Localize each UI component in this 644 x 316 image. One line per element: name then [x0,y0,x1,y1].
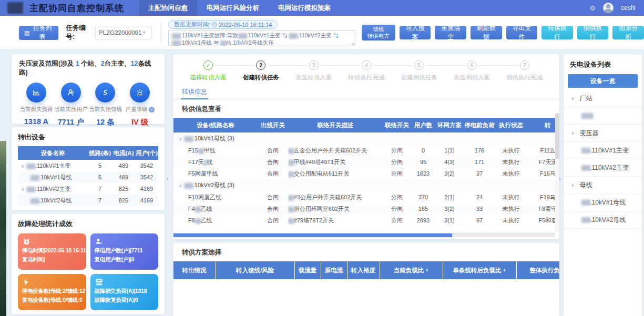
update-time-pill: 数据更新时间: 2022-06-10 16:11:14 [168,20,278,29]
tree-item-bus2[interactable]: ███.10kV#2母线 [564,211,642,229]
app-logo [7,2,23,14]
devices-card-title: 转出设备 [18,132,158,142]
feeder-line-icon [95,83,115,103]
settings-gear-icon[interactable]: ⚙ [589,4,596,12]
clock-icon [212,22,217,27]
line-chart-icon [26,83,46,103]
effect-card-title: 故障处理统计成效 [18,219,158,229]
group-row-bus1[interactable]: ∨███.10kV#1母线 (3) [173,132,559,145]
redacted-text: ███ [238,33,247,38]
table-row[interactable]: ███.10kV#1母线 5 489 3542 [18,171,158,183]
col-tie-switch: 联络开关 [383,118,411,132]
plan-section-title: 转供方案选择 [182,248,559,257]
col-transfer-out: 转出情况 [173,261,216,279]
transfer-out-devices-card: 转出设备 设备名称 线路(条) 电流(A) 用户(个) ∨███.110kV#1… [12,127,165,210]
stat-lost-feeders: 当前失压馈线 12 条 [88,83,123,127]
scope-title: 失压波及范围(涉及 1 个站、2台主变、12条线路) [19,59,157,77]
chevron-down-icon[interactable]: ∨ [179,183,182,188]
col-single-line-ratio[interactable]: 单条线转后负载比▲▼ [443,261,516,279]
task-no-select[interactable]: PLZG22000001 ▼ [95,26,152,39]
transfer-execute-button[interactable]: 转供执行 [541,26,573,39]
horizontal-scrollbar[interactable] [173,233,555,237]
main-nav: 主配协同自愈 电网运行风险分析 电网运行模拟预案 [139,0,340,16]
table-row[interactable]: ∨███.110kV#2主变 7 825 4169 [18,183,158,195]
chevron-down-icon[interactable]: ∨ [21,164,25,169]
nav-item-self-healing[interactable]: 主配协同自愈 [139,0,197,16]
analyze-transfer-plan-button[interactable]: 分析转出馈线转供电方案 [362,25,395,40]
tab-bar: 转供信息 [173,85,559,99]
reset-clear-button[interactable]: 重置清空 [435,26,466,39]
device-overview-header[interactable]: 设备一览 [568,74,638,88]
step-create-task: 2 创建转供任务 [234,60,287,81]
table-row[interactable]: F5网厦甲线 合闸 ██交公用配电站611开关 分闸 1823 3(2) 37 … [173,168,559,179]
tree-group-transformer[interactable]: ∨变压器 [564,125,642,142]
table-row[interactable]: ███.10kV#2母线 7 825 4169 [18,195,158,206]
app-window: 主配协同自愈控制系统 主配协同自愈 电网运行风险分析 电网运行模拟预案 ⚙ ce… [0,0,644,316]
nav-item-simulation[interactable]: 电网运行模拟预案 [269,0,340,16]
tree-item-transformer1[interactable]: ███.110kV#1主变 [564,142,642,159]
sort-icon[interactable]: ▲▼ [503,269,506,272]
devices-table: 设备名称 线路(条) 电流(A) 用户(个) ∨███.110kV#1主变 5 … [18,146,158,206]
step-send-plan: 3 发送转供方案 [288,60,340,81]
outage-device-list-card: 失电设备列表 设备一览 ∨厂站 ████ ∨变压器 ███.110kV#1主变 … [564,54,642,316]
tree-group-bus[interactable]: ∨母线 [564,177,642,194]
stat-lost-users: 当前失压用户 7711 户 [54,83,88,127]
chevron-down-icon: ▼ [141,30,146,35]
tree-item-bus1[interactable]: ███.10kV#1母线 [564,194,642,211]
scrollbar-thumb[interactable] [173,233,452,237]
help-icon[interactable]: ? [149,107,155,113]
collapse-left-icon[interactable]: ‹ [164,168,171,189]
col-line-name: 设备/线路名称 [173,118,258,132]
resize-handle-icon[interactable] [351,42,354,45]
users-icon [95,237,155,246]
step-create-restore-task: 5 创建倒供任务 [393,60,445,81]
workflow-steps: ✓ 选择转供方案 2 创建转供任务 3 发送转供方案 4 转供执行完成 5 [173,54,559,81]
table-row[interactable]: F15██甲线 合闸 ██五金公用户外开关箱602开关 分闸 0 1(1) 17… [173,145,559,156]
fault-statistics-card: 故障处理统计成效 停电时间|2022-06-10 16:11 复电时间| 停电用… [12,214,165,314]
stat-severity: 严重等级? IV 级 [122,83,157,127]
user-avatar[interactable] [603,3,614,13]
col-capacity: 载流量 [294,261,321,279]
step-transfer-done: 4 转供执行完成 [340,60,393,81]
sort-icon[interactable]: ▲▼ [425,269,428,272]
col-device-name: 设备名称 [18,146,88,160]
table-row[interactable]: ∨███.110kV#1主变 5 489 3542 [18,160,158,171]
group-row-bus2[interactable]: ∨███.10kV#2母线 (3) [173,179,559,191]
outage-list-title: 失电设备列表 [564,54,642,74]
tree-item-transformer2[interactable]: ███.110kV#2主变 [564,159,642,177]
col-current: 电流(A) [112,146,135,160]
alarm-light-icon [130,83,150,103]
table-row[interactable]: F17天█线 合闸 ██甲线#49塔49T1开关 分闸 95 4(3) 171 … [173,156,559,168]
tab-transfer-info[interactable]: 转供信息 [181,85,208,99]
table-row[interactable]: F4██乙线 合闸 ██所公用环网室602开关 分闸 165 3(2) 33 未… [173,203,559,215]
task-list-button[interactable]: ▤ 任务列表 [19,26,58,40]
graph-analysis-button[interactable]: 图形分析 [612,26,644,39]
chevron-down-icon[interactable]: ∨ [179,136,182,141]
load-monitor-icon [95,277,155,287]
table-row[interactable]: F10网厦乙线 合闸 ██#3公用户外开关箱602开关 分闸 370 2(1) … [173,191,559,203]
tree-group-station[interactable]: ∨厂站 [564,90,642,107]
col-current-load-ratio[interactable]: 当前负载比▲▼ [380,261,443,279]
stat-lost-load: 当前损失负荷 1318 A [19,83,54,127]
table-row[interactable]: F8██乙线 合闸 ██#79塔79T2开关 分闸 2893 3(1) 97 未… [173,215,559,226]
expand-right-icon[interactable]: › [556,168,564,189]
background-photo-strip [0,141,6,316]
restore-execute-button[interactable]: 倒供执行 [577,26,609,39]
task-no-label: 任务编号: [66,24,91,42]
chevron-down-icon[interactable]: ∨ [21,187,25,192]
refresh-data-button[interactable]: 刷新数据 [471,26,502,39]
export-file-button[interactable]: 导出文件 [506,26,538,39]
col-overall-ratio[interactable]: 整体执行负载比▲▼ [516,261,559,279]
nav-item-risk-analysis[interactable]: 电网运行风险分析 [197,0,269,16]
import-plan-button[interactable]: 导入预案 [400,26,431,39]
tree-item-station[interactable]: ████ [564,107,642,125]
top-navbar: 主配协同自愈控制系统 主配协同自愈 电网运行风险分析 电网运行模拟预案 ⚙ ce… [0,0,644,16]
fault-description-textarea[interactable]: ███.110kV#1主变故障:导致███.110kV#1主变 与 ███.11… [168,30,355,46]
toolbar-divider [160,22,161,44]
lost-load-card: 故障损失负荷(A)|1318 故障恢复负荷(A)|0 [90,274,159,310]
col-pre-outage-load: 停电前负荷 [464,118,495,132]
col-user-count: 用户数 [411,118,435,132]
redacted-text: ██ [220,40,226,46]
scrollbar-thumb[interactable] [555,113,559,159]
col-feeder-risk: 转入馈线/风险 [216,261,294,279]
